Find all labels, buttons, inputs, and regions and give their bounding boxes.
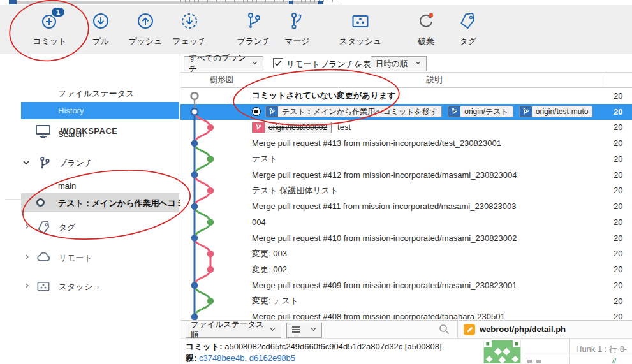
remote-branches-label[interactable]: リモートブランチを表示 <box>286 59 379 70</box>
chevron-down-icon <box>310 326 317 335</box>
commit-date: 20 <box>614 88 622 104</box>
panel-divider <box>569 339 570 364</box>
branch-badge[interactable]: origin/テスト <box>448 106 513 117</box>
commit-row[interactable]: テスト 保護団体リスト20 <box>180 183 632 199</box>
chevron-right-icon[interactable] <box>23 222 31 232</box>
commit-date: 20 <box>614 151 622 167</box>
parents-line: 親: c3748bee4b, d6162e98b5 <box>186 353 295 364</box>
commit-row[interactable]: Merge pull request #411 from mission-inc… <box>180 198 632 214</box>
commit-button[interactable]: 1コミット <box>20 11 79 47</box>
commit-date: 20 <box>614 104 622 120</box>
chevron-right-icon[interactable] <box>23 253 31 263</box>
sidebar-branch-current[interactable]: テスト：メインから作業用へコミ <box>21 193 179 212</box>
branch-badge[interactable]: origin/test000002 <box>252 122 332 133</box>
column-description[interactable]: 説明 <box>263 73 606 87</box>
hunk-divider <box>524 356 632 356</box>
tag-icon <box>458 11 478 31</box>
toolbar-label: マージ <box>268 36 327 47</box>
panel-divider <box>524 339 524 364</box>
modified-file-icon <box>464 324 475 335</box>
commit-row[interactable]: Merge pull request #408 from mission-inc… <box>180 309 632 321</box>
top-blue-mark <box>9 0 17 4</box>
clipped-diff-glyph <box>527 360 532 363</box>
commit-row[interactable]: コミットされていない変更があります20 <box>180 88 632 104</box>
view-options-dropdown[interactable] <box>286 323 322 338</box>
commit-date: 20 <box>614 120 622 136</box>
commit-count-badge: 1 <box>50 6 66 18</box>
commit-icon: 1 <box>40 11 60 31</box>
hamburger-icon <box>291 326 300 335</box>
hunk-label: Hunk 1 : 行 8- <box>576 344 627 355</box>
branch-filter-dropdown[interactable]: すべてのブランチ <box>184 56 263 71</box>
file-sort-dropdown[interactable]: ファイルステータス順 <box>186 323 281 338</box>
stash-icon <box>36 279 51 296</box>
commit-date: 20 <box>614 277 622 293</box>
branch-badge[interactable]: テスト：メインから作業用へコミットを移す <box>265 106 442 117</box>
branch-badge[interactable]: origin/test-muto <box>519 106 593 117</box>
commit-row[interactable]: 変更: 00320 <box>180 246 632 262</box>
commit-row[interactable]: 変更: テスト20 <box>180 293 632 309</box>
sourcetree-window: 1コミットプルプッシュフェッチブランチマージスタッシュ破棄タグ WORKSPAC… <box>0 0 632 364</box>
commit-date: 20 <box>614 183 622 199</box>
commit-row[interactable]: 00420 <box>180 214 632 230</box>
sidebar-item-search[interactable]: Search <box>0 126 179 142</box>
column-divider[interactable] <box>606 74 606 86</box>
cloud-icon <box>36 251 52 265</box>
commit-row[interactable]: 変更: 00220 <box>180 261 632 277</box>
chevron-down-icon <box>269 326 276 335</box>
sidebar-item-history[interactable]: History <box>21 102 179 119</box>
branch-badge-icon <box>520 106 532 117</box>
remote-branches-checkbox[interactable] <box>273 58 283 68</box>
parent-commit-link[interactable]: d6162e98b5 <box>249 353 295 363</box>
clipped-diff-glyph <box>536 360 541 363</box>
commit-list: コミットされていない変更があります20テスト：メインから作業用へコミットを移すo… <box>180 88 632 320</box>
chevron-down-icon <box>415 59 422 68</box>
discard-icon <box>416 11 436 31</box>
commit-message: 変更: 002 <box>252 264 287 275</box>
commit-row[interactable]: Merge pull request #412 from mission-inc… <box>180 167 632 183</box>
diff-fragment: // <box>612 357 616 364</box>
chevron-down-icon <box>251 59 258 68</box>
commit-date: 20 <box>614 261 622 277</box>
commit-hash-line: コミット: a5008082cd65fc249d660f6c904d51d2a8… <box>186 341 442 353</box>
clipped-text-ticks <box>180 0 340 2</box>
column-graph[interactable]: 樹形図 <box>180 73 263 87</box>
sidebar-section-branches[interactable]: ブランチ <box>0 154 179 171</box>
commit-row[interactable]: Merge pull request #413 from mission-inc… <box>180 135 632 151</box>
branch-badge-icon <box>266 106 278 117</box>
commit-row[interactable]: テスト20 <box>180 151 632 167</box>
commit-row[interactable]: Merge pull request #409 from mission-inc… <box>180 277 632 293</box>
commit-row[interactable]: テスト：メインから作業用へコミットを移すorigin/テストorigin/tes… <box>180 104 632 120</box>
merge-button[interactable]: マージ <box>268 11 327 47</box>
commit-row[interactable]: origin/test000002test20 <box>180 120 632 136</box>
current-branch-dot-icon <box>36 198 45 207</box>
search-icon[interactable] <box>439 324 450 337</box>
commit-message: Merge pull request #408 from mission-inc… <box>252 312 505 320</box>
top-blue-mark <box>289 1 293 4</box>
sort-order-dropdown[interactable]: 日時の順 <box>371 56 427 71</box>
sidebar-branch-main[interactable]: main <box>0 178 179 193</box>
branch-icon <box>37 156 52 173</box>
commit-message: 004 <box>252 217 266 227</box>
chevron-right-icon[interactable] <box>23 282 31 291</box>
commit-info-panel: コミット: a5008082cd65fc249d660f6c904d51d2a8… <box>180 338 632 364</box>
sidebar-section-remotes[interactable]: リモート <box>0 249 179 266</box>
toolbar-label: フェッチ <box>160 36 219 47</box>
selected-file-path[interactable]: webroot/php/detail.ph <box>480 324 566 334</box>
panel-divider <box>457 321 458 338</box>
sidebar-section-stash[interactable]: スタッシュ <box>0 278 179 295</box>
tag-button[interactable]: タグ <box>439 11 497 47</box>
commit-message: Merge pull request #412 from mission-inc… <box>252 170 517 180</box>
merge-icon <box>287 11 307 31</box>
commit-date: 20 <box>614 230 622 246</box>
parent-commit-link[interactable]: c3748bee4b <box>199 353 245 363</box>
stash-button[interactable]: スタッシュ <box>331 11 390 47</box>
fetch-button[interactable]: フェッチ <box>160 11 219 47</box>
sidebar-item-filestatus[interactable]: ファイルステータス <box>0 86 179 101</box>
stash-icon <box>350 11 371 31</box>
branch-badge-icon <box>448 106 460 117</box>
commit-row[interactable]: Merge pull request #410 from mission-inc… <box>180 230 632 246</box>
chevron-down-icon[interactable] <box>22 158 31 169</box>
sidebar-section-tags[interactable]: タグ <box>0 219 179 235</box>
toolbar-label: コミット <box>20 36 79 47</box>
